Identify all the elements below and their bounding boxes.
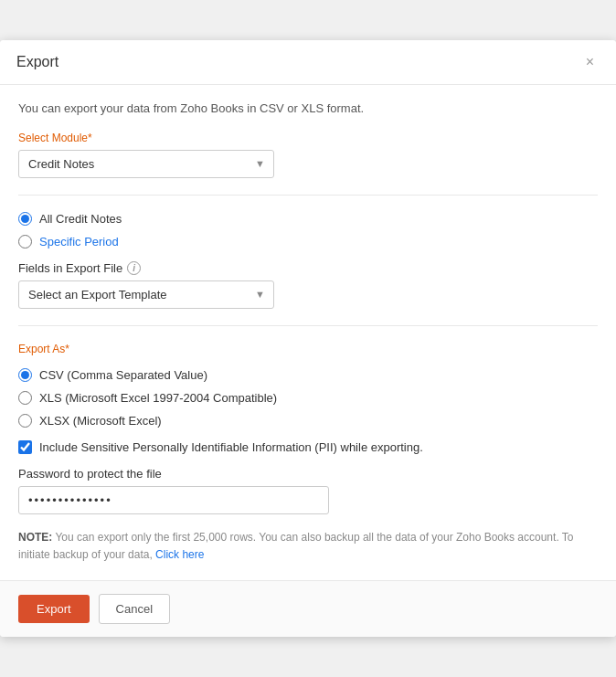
template-select-wrapper: Select an Export Template Default Templa… (18, 280, 274, 309)
radio-xlsx-label: XLSX (Microsoft Excel) (39, 414, 162, 428)
password-label: Password to protect the file (18, 467, 598, 481)
radio-xlsx[interactable]: XLSX (Microsoft Excel) (18, 414, 598, 428)
radio-xls-input[interactable] (18, 391, 32, 405)
radio-specific-input[interactable] (18, 235, 32, 249)
radio-csv-label: CSV (Comma Separated Value) (39, 368, 207, 382)
radio-xlsx-input[interactable] (18, 414, 32, 428)
module-label: Select Module* (18, 132, 598, 144)
export-format-group: CSV (Comma Separated Value) XLS (Microso… (18, 368, 598, 428)
date-range-group: All Credit Notes Specific Period (18, 212, 598, 249)
export-button[interactable]: Export (18, 595, 90, 623)
intro-text: You can export your data from Zoho Books… (18, 101, 598, 115)
divider-2 (18, 325, 598, 326)
info-icon[interactable]: i (127, 261, 141, 275)
radio-all-input[interactable] (18, 212, 32, 226)
note-text: You can export only the first 25,000 row… (18, 531, 574, 561)
radio-xls[interactable]: XLS (Microsoft Excel 1997-2004 Compatibl… (18, 391, 598, 405)
radio-specific-label: Specific Period (39, 235, 119, 249)
module-select-wrapper: Credit Notes Invoices Bills Expenses ▼ (18, 150, 274, 178)
modal-body: You can export your data from Zoho Books… (0, 85, 616, 580)
pii-checkbox-input[interactable] (18, 440, 32, 454)
fields-label: Fields in Export File i (18, 261, 598, 275)
cancel-button[interactable]: Cancel (99, 594, 170, 624)
pii-checkbox-row[interactable]: Include Sensitive Personally Identifiabl… (18, 440, 598, 454)
export-modal: Export × You can export your data from Z… (0, 40, 616, 637)
modal-title: Export (16, 54, 58, 70)
modal-header: Export × (0, 40, 616, 85)
radio-specific-period[interactable]: Specific Period (18, 235, 598, 249)
fields-section: Fields in Export File i Select an Export… (18, 261, 598, 309)
password-input[interactable] (18, 486, 329, 514)
click-here-link[interactable]: Click here (155, 548, 204, 561)
note-prefix: NOTE: (18, 531, 52, 544)
note-section: NOTE: You can export only the first 25,0… (18, 529, 598, 564)
fields-label-text: Fields in Export File (18, 261, 122, 275)
radio-csv-input[interactable] (18, 368, 32, 382)
divider-1 (18, 195, 598, 196)
template-select[interactable]: Select an Export Template Default Templa… (18, 280, 274, 309)
pii-checkbox-label: Include Sensitive Personally Identifiabl… (39, 440, 423, 454)
password-section: Password to protect the file (18, 467, 598, 514)
export-as-label: Export As* (18, 343, 598, 355)
radio-all-credit-notes[interactable]: All Credit Notes (18, 212, 598, 226)
radio-all-label: All Credit Notes (39, 212, 122, 226)
modal-footer: Export Cancel (0, 580, 616, 637)
radio-csv[interactable]: CSV (Comma Separated Value) (18, 368, 598, 382)
module-select[interactable]: Credit Notes Invoices Bills Expenses (18, 150, 274, 178)
radio-xls-label: XLS (Microsoft Excel 1997-2004 Compatibl… (39, 391, 277, 405)
close-button[interactable]: × (580, 53, 600, 71)
